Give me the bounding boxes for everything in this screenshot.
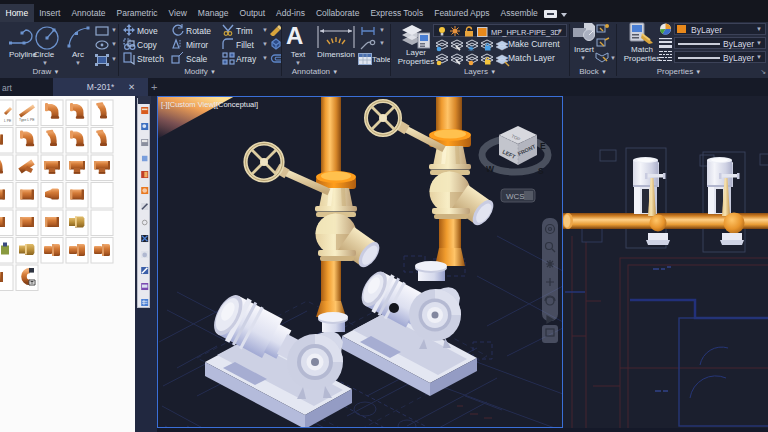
svg-text:[-][Custom View][Conceptual]: [-][Custom View][Conceptual] [161,100,258,109]
svg-text:S: S [538,166,544,176]
svg-text:WCS: WCS [506,192,525,201]
svg-text:L PE: L PE [4,119,12,123]
svg-text:E: E [540,141,546,151]
svg-text:W: W [486,164,495,174]
